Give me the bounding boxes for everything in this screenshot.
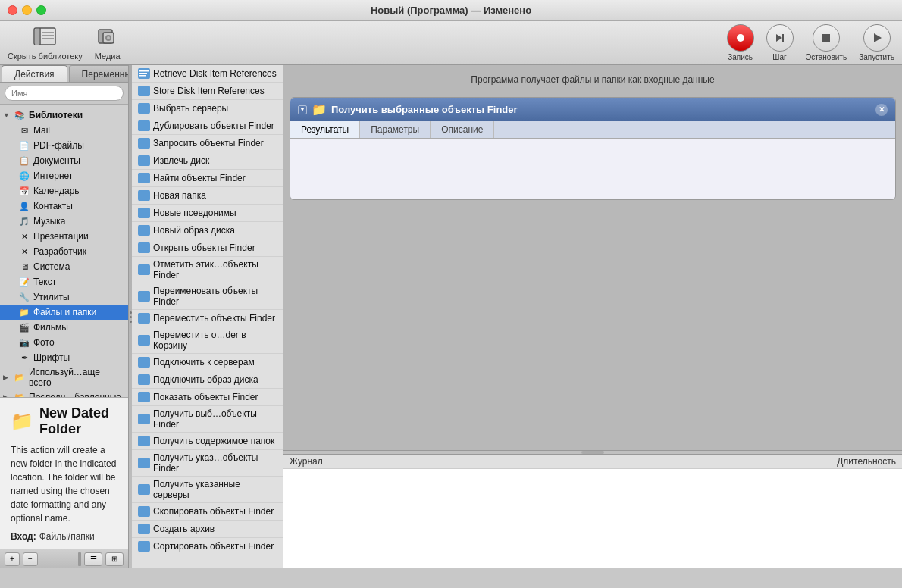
action-item-0[interactable]: Retrieve Disk Item References bbox=[132, 65, 283, 83]
sidebar-item-contacts[interactable]: 👤 Контакты bbox=[0, 199, 128, 214]
sidebar-item-text[interactable]: 📝 Текст bbox=[0, 274, 128, 289]
action-item-17[interactable]: Показать объекты Finder bbox=[132, 389, 283, 406]
resize-indicator bbox=[581, 451, 604, 454]
sidebar-item-recent[interactable]: ▶ 📂 Последн…бавленные bbox=[0, 389, 128, 397]
action-item-1[interactable]: Store Disk Item References bbox=[132, 83, 283, 100]
action-item-13[interactable]: Переместить объекты Finder bbox=[132, 310, 283, 327]
action-item-3[interactable]: Дублировать объекты Finder bbox=[132, 117, 283, 135]
library-root[interactable]: ▼ 📚 Библиотеки bbox=[0, 108, 128, 123]
info-input-row: Вход: Файлы/папки bbox=[11, 530, 117, 543]
hide-library-button[interactable]: Скрыть библиотеку bbox=[8, 25, 83, 61]
maximize-button[interactable] bbox=[36, 5, 46, 15]
action-item-7[interactable]: Новая папка bbox=[132, 187, 283, 205]
action-item-12[interactable]: Переименовать объекты Finder bbox=[132, 283, 283, 310]
sidebar-item-files[interactable]: 📁 Файлы и папки bbox=[0, 305, 128, 320]
remove-action-button[interactable]: − bbox=[23, 552, 38, 566]
action-item-24[interactable]: Сортировать объекты Finder bbox=[132, 538, 283, 555]
action-item-15[interactable]: Подключить к серверам bbox=[132, 354, 283, 371]
tab-variables[interactable]: Переменные bbox=[69, 65, 129, 82]
action-icon-17 bbox=[138, 391, 150, 403]
list-view-button[interactable]: ☰ bbox=[84, 552, 102, 566]
action-card-tab-results[interactable]: Результаты bbox=[290, 121, 360, 138]
svg-marker-10 bbox=[776, 34, 782, 42]
action-item-19[interactable]: Получить содержимое папок bbox=[132, 433, 283, 450]
action-label-2: Выбрать серверы bbox=[153, 103, 228, 114]
sidebar-item-system[interactable]: 🖥 Система bbox=[0, 259, 128, 274]
action-label-6: Найти объекты Finder bbox=[153, 173, 246, 183]
stop-button[interactable] bbox=[813, 24, 840, 52]
action-card-close-button[interactable]: ✕ bbox=[875, 104, 888, 116]
action-item-22[interactable]: Скопировать объекты Finder bbox=[132, 503, 283, 521]
sidebar-item-pdf[interactable]: 📄 PDF-файлы bbox=[0, 138, 128, 153]
info-body: This action will create a new folder in … bbox=[11, 443, 117, 549]
action-item-20[interactable]: Получить указ…объекты Finder bbox=[132, 450, 283, 477]
action-icon-3 bbox=[138, 120, 150, 132]
action-card-tab-params[interactable]: Параметры bbox=[360, 121, 431, 138]
action-item-4[interactable]: Запросить объекты Finder bbox=[132, 135, 283, 152]
svg-rect-17 bbox=[138, 86, 150, 96]
action-item-14[interactable]: Переместить о…der в Корзину bbox=[132, 327, 283, 354]
step-button[interactable] bbox=[766, 24, 794, 52]
action-icon-20 bbox=[138, 457, 150, 469]
action-icon-21 bbox=[138, 483, 150, 496]
add-action-button[interactable]: + bbox=[5, 552, 20, 566]
sidebar-item-mail[interactable]: ✉ Mail bbox=[0, 123, 128, 138]
info-input-value: Файлы/папки bbox=[39, 530, 95, 543]
action-icon-2 bbox=[138, 102, 150, 114]
sidebar-item-movies[interactable]: 🎬 Фильмы bbox=[0, 320, 128, 335]
search-input[interactable] bbox=[5, 86, 124, 101]
action-item-21[interactable]: Получить указанные серверы bbox=[132, 477, 283, 503]
action-item-2[interactable]: Выбрать серверы bbox=[132, 100, 283, 117]
close-button[interactable] bbox=[8, 5, 17, 15]
action-item-16[interactable]: Подключить образ диска bbox=[132, 371, 283, 389]
window-controls bbox=[8, 5, 46, 15]
sidebar-item-presentations[interactable]: ✕ Презентации bbox=[0, 229, 128, 244]
svg-rect-28 bbox=[138, 291, 150, 302]
svg-rect-30 bbox=[138, 335, 150, 346]
workflow-area: Программа получает файлы и папки как вхо… bbox=[283, 65, 902, 450]
action-item-9[interactable]: Новый образ диска bbox=[132, 222, 283, 239]
svg-rect-38 bbox=[138, 506, 150, 517]
action-card-collapse-button[interactable]: ▼ bbox=[298, 105, 307, 114]
action-item-6[interactable]: Найти объекты Finder bbox=[132, 170, 283, 187]
action-item-10[interactable]: Открыть объекты Finder bbox=[132, 239, 283, 257]
action-label-15: Подключить к серверам bbox=[153, 357, 255, 368]
action-item-5[interactable]: Извлечь диск bbox=[132, 152, 283, 170]
sidebar-item-calendar[interactable]: 📅 Календарь bbox=[0, 183, 128, 199]
action-item-8[interactable]: Новые псевдонимы bbox=[132, 205, 283, 222]
action-icon-19 bbox=[138, 435, 150, 447]
action-card-body bbox=[290, 139, 895, 199]
workflow-header-text: Программа получает файлы и папки как вхо… bbox=[290, 71, 896, 91]
run-button[interactable] bbox=[863, 24, 891, 52]
sidebar-item-recently-used[interactable]: ▶ 📂 Используй…аще всего bbox=[0, 365, 128, 389]
sidebar-item-photos[interactable]: 📷 Фото bbox=[0, 335, 128, 350]
sidebar-item-docs[interactable]: 📋 Документы bbox=[0, 153, 128, 168]
sidebar-item-dev[interactable]: ✕ Разработчик bbox=[0, 244, 128, 259]
svg-rect-18 bbox=[138, 103, 150, 114]
library-folder-icon: 📚 bbox=[14, 109, 26, 121]
sidebar-item-utils[interactable]: 🔧 Утилиты bbox=[0, 289, 128, 305]
record-button[interactable] bbox=[727, 24, 754, 52]
svg-rect-32 bbox=[138, 374, 150, 385]
action-item-18[interactable]: Получить выб…объекты Finder bbox=[132, 406, 283, 433]
sidebar-item-internet[interactable]: 🌐 Интернет bbox=[0, 168, 128, 183]
media-button[interactable]: Медиа bbox=[95, 25, 121, 61]
sidebar-item-music[interactable]: 🎵 Музыка bbox=[0, 214, 128, 229]
action-card-tab-description[interactable]: Описание bbox=[431, 121, 494, 138]
svg-rect-11 bbox=[782, 34, 784, 42]
flow-view-button[interactable]: ⊞ bbox=[105, 552, 124, 566]
action-icon-15 bbox=[138, 356, 150, 368]
info-input-label: Вход: bbox=[11, 530, 36, 543]
action-icon-11 bbox=[138, 264, 150, 276]
action-icon-24 bbox=[138, 540, 150, 552]
tab-actions[interactable]: Действия bbox=[2, 65, 67, 82]
svg-rect-24 bbox=[138, 208, 150, 218]
minimize-button[interactable] bbox=[22, 5, 32, 15]
info-title: New Dated Folder bbox=[39, 405, 117, 437]
sidebar-item-fonts[interactable]: ✒ Шрифты bbox=[0, 350, 128, 365]
svg-rect-40 bbox=[138, 541, 150, 552]
action-label-22: Скопировать объекты Finder bbox=[153, 506, 274, 517]
action-label-19: Получить содержимое папок bbox=[153, 436, 274, 446]
action-item-11[interactable]: Отметить этик…объекты Finder bbox=[132, 257, 283, 283]
action-item-23[interactable]: Создать архив bbox=[132, 521, 283, 538]
